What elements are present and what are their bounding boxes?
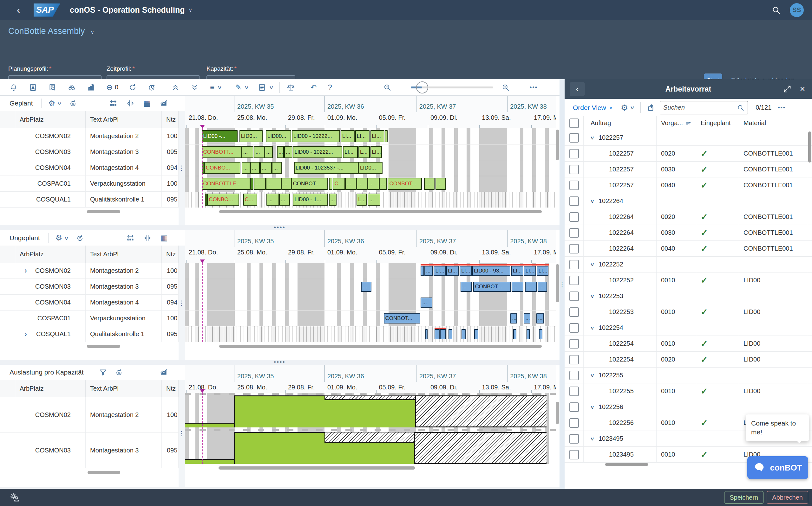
doc-list-chevron-down-icon[interactable]: ∨: [269, 85, 274, 90]
enter-fullscreen-icon[interactable]: [783, 85, 792, 93]
expand-chevron-right-icon[interactable]: ›: [25, 330, 27, 339]
table-gantt-splitter[interactable]: ⋮: [179, 380, 185, 487]
operation-bar-planned[interactable]: ...: [356, 178, 367, 190]
share-icon[interactable]: [647, 104, 655, 112]
doc-search-icon[interactable]: [48, 83, 57, 92]
operation-bar-planned[interactable]: ...: [254, 178, 266, 190]
operation-bar-unplanned[interactable]: ...: [424, 266, 433, 276]
gantt-horizontal-scrollbar[interactable]: [185, 466, 556, 470]
operation-bar-planned[interactable]: ...: [367, 178, 379, 190]
clock-history-icon[interactable]: [148, 83, 156, 92]
collapse-chevron-down-icon[interactable]: ∨: [590, 436, 594, 442]
operation-bar-unplanned[interactable]: ...: [361, 282, 371, 292]
operation-bar-unplanned[interactable]: [425, 329, 427, 339]
operation-bar-planned[interactable]: [385, 130, 388, 142]
table-row[interactable]: COSPAC01Verpackungsstation100: [0, 311, 179, 326]
operation-bar-unplanned[interactable]: ...: [524, 313, 530, 324]
worklist-item-row[interactable]: 10222640040✓CONBOTTLE001: [564, 241, 812, 257]
collapse-chevron-down-icon[interactable]: ∨: [590, 325, 594, 331]
operation-bar-unplanned[interactable]: [474, 329, 478, 339]
worklist-group-row[interactable]: ∨1022255: [564, 367, 812, 384]
gantt-vertical-scrollbar[interactable]: [556, 128, 559, 212]
column-header-material[interactable]: Material: [739, 116, 807, 130]
row-checkbox[interactable]: [569, 387, 579, 396]
app-title[interactable]: conOS - Operation Scheduling: [70, 5, 185, 15]
view-selector[interactable]: Order View: [573, 104, 606, 111]
operation-bar-planned[interactable]: ...: [435, 178, 446, 190]
avatar[interactable]: SS: [790, 3, 804, 17]
search-input[interactable]: Suchen: [660, 101, 748, 114]
zoom-slider-handle[interactable]: [416, 81, 428, 93]
row-checkbox[interactable]: [569, 355, 579, 364]
table-gantt-splitter[interactable]: ⋮: [179, 111, 185, 225]
table-row[interactable]: COSMON02Montagestation 2100: [0, 128, 179, 144]
pencil-chevron-down-icon[interactable]: ∨: [244, 85, 249, 90]
worklist-item-row[interactable]: 10222570020✓CONBOTTLE001: [564, 146, 812, 162]
column-header-auftrag[interactable]: Auftrag: [584, 116, 657, 130]
table-horizontal-scrollbar[interactable]: [0, 344, 179, 348]
row-checkbox[interactable]: [569, 450, 579, 459]
operation-bar-planned[interactable]: ...: [272, 162, 282, 174]
panel-back-icon[interactable]: ‹: [570, 82, 585, 96]
row-checkbox[interactable]: [569, 371, 579, 380]
doc-list-icon[interactable]: [258, 83, 266, 92]
expand-all-icon[interactable]: [191, 83, 199, 92]
table-row[interactable]: COSQUAL1Qualitätskontrolle 1095: [0, 192, 179, 207]
expand-chevron-right-icon[interactable]: ›: [25, 266, 27, 275]
save-button[interactable]: Speichern: [724, 491, 763, 504]
operation-bar-unplanned[interactable]: ...: [512, 282, 523, 292]
operation-bar-unplanned[interactable]: LI...: [446, 266, 459, 276]
gantt-vertical-scrollbar[interactable]: [556, 263, 559, 347]
fit-width-icon[interactable]: [109, 99, 117, 107]
gear-icon[interactable]: ⚙: [49, 99, 56, 107]
info-icon[interactable]: ?: [328, 84, 332, 91]
operation-bar-unplanned[interactable]: ...: [461, 282, 472, 292]
collapse-chevron-down-icon[interactable]: ∨: [590, 372, 594, 378]
operation-bar-unplanned[interactable]: LID00 - 93...: [472, 266, 511, 276]
operation-bar-planned[interactable]: LID00 - 10222...: [293, 146, 342, 158]
horizontal-splitter[interactable]: ••••: [0, 360, 559, 365]
table-row[interactable]: COSMON04Montagestation 4094: [0, 295, 179, 311]
operation-bar-planned[interactable]: [250, 178, 254, 190]
operation-bar-unplanned[interactable]: [527, 329, 530, 339]
zoom-out-icon[interactable]: [383, 83, 391, 92]
table-row[interactable]: COSMON03Montagestation 3095: [0, 144, 179, 160]
user-settings-icon[interactable]: [9, 492, 20, 503]
operation-bar-planned[interactable]: CONBOT...: [291, 178, 328, 190]
operation-bar-planned[interactable]: LID00...: [266, 130, 291, 142]
collapse-chevron-down-icon[interactable]: ∨: [590, 404, 594, 410]
table-row[interactable]: ›COSMON02Montagestation 2100: [0, 263, 179, 279]
worklist-item-row[interactable]: 10222570040✓CONBOTTLE001: [564, 177, 812, 193]
operation-bar-planned[interactable]: LID0...: [358, 162, 383, 174]
operation-bar-planned[interactable]: LID00 - 1...: [293, 193, 328, 205]
menu-chevron-down-icon[interactable]: ∨: [217, 85, 222, 90]
row-checkbox[interactable]: [569, 181, 579, 190]
operation-bar-unplanned[interactable]: ...: [525, 282, 537, 292]
row-checkbox[interactable]: [569, 260, 579, 269]
operation-bar-unplanned[interactable]: ...: [538, 282, 547, 292]
operation-bar-planned[interactable]: ...: [379, 178, 387, 190]
operation-bar-planned[interactable]: ...: [242, 146, 254, 158]
operation-bar-planned[interactable]: ...: [260, 162, 272, 174]
collapse-chevron-down-icon[interactable]: ∨: [590, 262, 594, 267]
operation-bar-planned[interactable]: ...: [250, 162, 260, 174]
worklist-item-row[interactable]: 10222540020✓LID00: [564, 352, 812, 367]
app-title-chevron-down-icon[interactable]: ∨: [189, 7, 193, 13]
operation-bar-planned[interactable]: [205, 193, 207, 205]
operation-bar-unplanned[interactable]: ...: [511, 313, 517, 324]
table-horizontal-scrollbar[interactable]: [0, 470, 179, 475]
operation-bar-unplanned[interactable]: LI...: [433, 266, 445, 276]
column-header-text-arbpl[interactable]: Text ArbPl: [86, 111, 162, 128]
table-row[interactable]: COSMON03Montagestation 3095: [0, 433, 179, 468]
operation-bar-planned[interactable]: CONBOTTLE...: [202, 178, 250, 190]
hide-zero-icon[interactable]: ⊖: [106, 84, 113, 91]
column-header-arbplatz[interactable]: ArbPlatz: [15, 246, 86, 263]
table-row[interactable]: COSMON04Montagestation 4094: [0, 160, 179, 176]
worklist-item-row[interactable]: 10222540010✓LID00: [564, 336, 812, 352]
binoculars-icon[interactable]: [68, 83, 76, 92]
gear-chevron-down-icon[interactable]: ∨: [630, 105, 635, 110]
operation-bar-planned[interactable]: ...: [265, 146, 273, 158]
row-checkbox[interactable]: [569, 244, 579, 253]
operation-bar-unplanned[interactable]: [440, 329, 446, 339]
row-checkbox[interactable]: [569, 228, 579, 238]
